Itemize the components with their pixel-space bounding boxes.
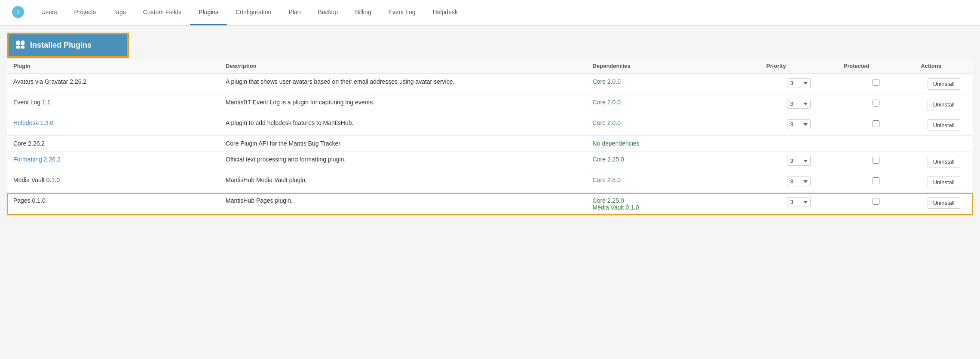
plugin-description: A plugin to add helpdesk features to Man…	[226, 119, 353, 126]
tab-configuration[interactable]: Configuration	[227, 0, 280, 25]
protected-cell	[838, 94, 915, 115]
actions-cell: Uninstall	[915, 94, 973, 115]
tab-backup[interactable]: Backup	[309, 0, 346, 25]
svg-rect-6	[16, 46, 20, 49]
plugin-dependencies-cell: No dependencies	[587, 136, 760, 152]
plugin-dependencies-cell: Core 2.0.0	[587, 74, 760, 94]
th-plugin: Plugin	[7, 58, 220, 74]
plugin-name-cell: Event Log 1.1	[7, 94, 220, 115]
plugin-description-cell: A plugin that shows user avatars based o…	[220, 74, 586, 94]
actions-cell: Uninstall	[915, 172, 973, 193]
svg-rect-1	[18, 40, 19, 42]
svg-rect-4	[22, 40, 24, 42]
tab-tags-label: Tags	[113, 9, 126, 15]
tab-event-log-label: Event Log	[388, 9, 415, 15]
protected-cell	[838, 193, 915, 216]
svg-rect-5	[22, 44, 24, 46]
svg-rect-0	[16, 41, 20, 45]
plugin-name: Core 2.26.2	[13, 140, 45, 147]
tab-billing[interactable]: Billing	[346, 0, 380, 25]
section-title: Installed Plugins	[30, 41, 92, 50]
tab-plan[interactable]: Plan	[280, 0, 309, 25]
th-protected: Protected	[838, 58, 915, 74]
tab-event-log[interactable]: Event Log	[380, 0, 424, 25]
protected-cell	[838, 172, 915, 193]
plugin-description-cell: Official text processing and formatting …	[220, 152, 586, 172]
uninstall-button[interactable]: Uninstall	[928, 156, 960, 167]
priority-select[interactable]: 31245	[787, 78, 811, 88]
plugin-name: Event Log 1.1	[13, 99, 50, 106]
svg-rect-2	[18, 44, 19, 46]
protected-checkbox[interactable]	[873, 100, 879, 106]
actions-cell: Uninstall	[915, 152, 973, 172]
table-row: Helpdesk 1.3.0 A plugin to add helpdesk …	[7, 115, 973, 136]
section-header: Installed Plugins	[8, 33, 128, 57]
table-row: Core 2.26.2 Core Plugin API for the Mant…	[7, 136, 973, 152]
plugin-name-cell: Pages 0.1.0	[7, 193, 220, 216]
th-priority: Priority	[760, 58, 838, 74]
plugin-name-cell: Core 2.26.2	[7, 136, 220, 152]
priority-cell	[760, 136, 838, 152]
plugin-dependencies: Core 2.25.0	[593, 156, 624, 163]
uninstall-button[interactable]: Uninstall	[928, 197, 960, 209]
plugin-dependencies-cell: Core 2.25.0	[587, 152, 760, 172]
plugin-dependencies: No dependencies	[593, 140, 640, 147]
tab-projects[interactable]: Projects	[66, 0, 105, 25]
priority-select[interactable]: 31245	[787, 156, 811, 166]
uninstall-button[interactable]: Uninstall	[928, 99, 960, 110]
svg-rect-7	[21, 46, 24, 49]
uninstall-button[interactable]: Uninstall	[928, 78, 960, 90]
plugin-description: MantisHub Pages plugin.	[226, 197, 293, 204]
priority-cell: 31245	[760, 152, 838, 172]
tab-users[interactable]: Users	[33, 0, 66, 25]
priority-cell: 31245	[760, 94, 838, 115]
plugins-table: Plugin Description Dependencies Priority…	[7, 58, 973, 215]
priority-select[interactable]: 31245	[787, 119, 811, 129]
plugin-dependencies: Core 2.0.0	[593, 99, 621, 106]
uninstall-button[interactable]: Uninstall	[928, 119, 960, 131]
plugin-description: MantisBT Event Log is a plugin for captu…	[226, 99, 374, 106]
plugin-name-cell: Media Vault 0.1.0	[7, 172, 220, 193]
plugin-name: Pages 0.1.0	[13, 197, 46, 204]
priority-cell: 31245	[760, 115, 838, 136]
protected-checkbox[interactable]	[873, 177, 879, 184]
table-row: Event Log 1.1 MantisBT Event Log is a pl…	[7, 94, 973, 115]
plugin-description-cell: MantisHub Media Vault plugin.	[220, 172, 586, 193]
tab-configuration-label: Configuration	[236, 9, 271, 15]
tab-helpdesk-label: Helpdesk	[433, 9, 458, 15]
protected-checkbox[interactable]	[873, 157, 879, 164]
priority-select[interactable]: 31245	[787, 197, 811, 207]
tab-tags[interactable]: Tags	[104, 0, 135, 25]
protected-checkbox[interactable]	[873, 120, 879, 127]
table-row: Avatars via Gravatar 2.26.2 A plugin tha…	[7, 74, 973, 94]
plugin-description: A plugin that shows user avatars based o…	[226, 78, 454, 85]
plugin-link[interactable]: Helpdesk 1.3.0	[13, 119, 53, 126]
priority-select[interactable]: 31245	[787, 176, 811, 186]
protected-cell	[838, 74, 915, 94]
plugin-name: Media Vault 0.1.0	[13, 176, 60, 183]
plugin-description: MantisHub Media Vault plugin.	[226, 176, 307, 183]
tab-helpdesk[interactable]: Helpdesk	[424, 0, 466, 25]
actions-cell	[915, 136, 973, 152]
protected-checkbox[interactable]	[873, 79, 879, 86]
protected-checkbox[interactable]	[873, 198, 879, 205]
svg-rect-3	[21, 41, 24, 45]
tab-plugins[interactable]: Plugins	[190, 0, 227, 25]
plugin-link[interactable]: Formatting 2.26.2	[13, 156, 61, 163]
plugin-name-cell: Helpdesk 1.3.0	[7, 115, 220, 136]
tab-custom-fields[interactable]: Custom Fields	[135, 0, 190, 25]
tab-plan-label: Plan	[288, 9, 300, 15]
th-description: Description	[220, 58, 586, 74]
plugin-description-cell: MantisHub Pages plugin.	[220, 193, 586, 216]
tab-info[interactable]: i	[3, 0, 33, 25]
tab-users-label: Users	[41, 9, 57, 15]
tab-custom-fields-label: Custom Fields	[143, 9, 181, 15]
actions-cell: Uninstall	[915, 115, 973, 136]
plugin-name-cell: Formatting 2.26.2	[7, 152, 220, 172]
plugin-name: Avatars via Gravatar 2.26.2	[13, 78, 86, 85]
plugin-dependencies-cell: Core 2.5.0	[587, 172, 760, 193]
priority-select[interactable]: 31245	[787, 99, 811, 109]
uninstall-button[interactable]: Uninstall	[928, 176, 960, 188]
protected-cell	[838, 152, 915, 172]
tab-billing-label: Billing	[355, 9, 371, 15]
